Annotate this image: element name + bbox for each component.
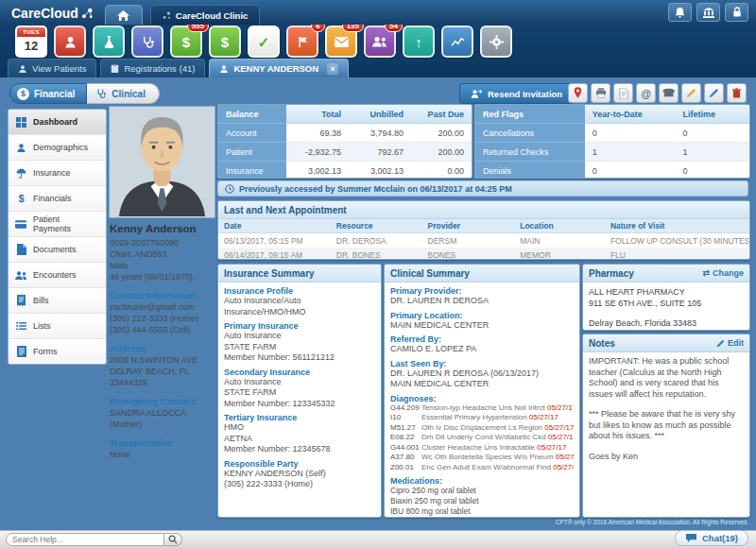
table-row: Account 69.38 3,794.80 200.00 [218, 124, 472, 143]
resend-invitation-button[interactable]: Resend Invitation [459, 83, 574, 104]
encounters-icon [15, 270, 27, 281]
sidebar-item-insurance[interactable]: Insurance [9, 161, 106, 186]
cell-past-due: 200.00 [411, 143, 472, 162]
edit-button[interactable] [681, 83, 701, 103]
primary-provider-label: Primary Provider: [390, 286, 574, 296]
calendar-date: 12 [17, 37, 45, 55]
lock-icon [732, 7, 742, 18]
notes-panel: Notes Edit IMPORTANT: He was a public sc… [582, 334, 750, 518]
clinical-icon[interactable] [131, 26, 163, 58]
previously-accessed-banner: Previously accessed by Summer Mcclain on… [217, 180, 748, 197]
diagnosis-row: G44.001Cluster Headache Uns Intractable … [390, 443, 574, 454]
lock-button[interactable] [725, 3, 748, 22]
cell-lifetime: 0 [675, 162, 749, 180]
letter-button[interactable] [613, 83, 633, 103]
settings-icon[interactable] [480, 26, 512, 58]
building-icon [703, 8, 714, 18]
map-pin-button[interactable] [568, 83, 588, 103]
calendar-icon[interactable]: TUES 12 [15, 26, 47, 58]
prescription-button[interactable] [704, 83, 724, 103]
row-label: Patient [218, 143, 286, 162]
transportation-label: Transportation [110, 437, 215, 448]
umbrella-icon [15, 168, 27, 179]
appointments-title: Last and Next Appointment [224, 205, 347, 215]
sidebar-item-financials[interactable]: $ Financials [9, 186, 106, 212]
cell-ytd: 0 [585, 124, 676, 143]
sidebar-item-bills[interactable]: Bills [9, 288, 106, 314]
financial-label: Financial [34, 89, 75, 99]
sidebar-item-lists[interactable]: Lists [9, 314, 106, 339]
medication-row: Cipro 250 mg oral tablet [390, 486, 574, 496]
referred-by-label: Referred By: [390, 334, 574, 344]
emergency-contact-label: Emergency Contact: [110, 396, 215, 406]
resend-label: Resend Invitation [488, 89, 562, 99]
labs-icon[interactable] [93, 26, 125, 58]
home-button[interactable] [105, 5, 143, 25]
notes-title-bar: Notes Edit [583, 334, 749, 352]
swap-icon: ⇄ [702, 268, 710, 278]
chat-label: Chat(19) [702, 533, 738, 543]
cell-unbilled: 3,002.13 [349, 162, 411, 180]
print-button[interactable] [591, 83, 610, 103]
table-row: Cancellations 0 0 [475, 124, 749, 143]
search-help-input[interactable] [6, 533, 164, 546]
patients-icon[interactable] [54, 26, 86, 58]
primary-insurance-label: Primary Insurance [224, 321, 375, 331]
brand-text: CareCloud [11, 6, 78, 21]
patient-address-line2: DELRAY BEACH, FL 33444329 [110, 366, 215, 388]
tab-view-patients[interactable]: View Patients [8, 59, 96, 77]
cell-unbilled: 3,794.80 [349, 124, 411, 143]
delete-button[interactable] [727, 83, 747, 103]
lifetime-header: Lifetime [675, 105, 749, 124]
messages-icon[interactable]: 135 [325, 26, 357, 58]
tab-patient-kenny-anderson[interactable]: KENNY ANDERSON × [209, 59, 349, 77]
note-paragraph: *** Please be aware that he is very shy … [589, 409, 744, 442]
pharmacy-title: Pharmacy [589, 268, 634, 279]
edit-notes-link[interactable]: Edit [716, 338, 744, 348]
tab-registrations[interactable]: Registrations (41) [100, 59, 205, 77]
billing-icon[interactable]: $ 555 [170, 26, 202, 58]
sidebar-item-dashboard[interactable]: Dashboard [9, 110, 106, 135]
responsible-party-label: Responsible Party [224, 459, 375, 469]
top-right-actions [663, 3, 756, 25]
note-paragraph: IMPORTANT: He was a public school teache… [589, 356, 744, 400]
search-button[interactable] [164, 533, 182, 546]
close-icon[interactable]: × [327, 63, 338, 75]
sidebar-item-forms[interactable]: Forms [9, 339, 106, 364]
financial-toggle-button[interactable]: $ Financial [9, 83, 87, 104]
trash-icon [732, 88, 741, 98]
patient-emergency-contact: SANDRA ALLOCCA (Mother) [110, 407, 215, 430]
phone-button[interactable]: ☎ [659, 83, 679, 103]
contact-information-label: Contact Information [110, 290, 215, 300]
chat-button[interactable]: Chat(19) [675, 530, 748, 546]
collections-icon[interactable]: $ [209, 26, 241, 58]
home-icon [117, 10, 129, 21]
patient-name: Kenny Anderson [110, 223, 215, 234]
sidebar-item-patient-payments[interactable]: Patient Payments [9, 212, 106, 237]
patient-action-buttons: @ ☎ [568, 83, 747, 103]
clinical-summary-title-bar: Clinical Summary [385, 265, 579, 283]
change-pharmacy-link[interactable]: ⇄ Change [702, 268, 744, 278]
notifications-button[interactable] [668, 3, 692, 22]
facility-button[interactable] [696, 3, 720, 22]
tasks-icon[interactable]: ✓ [248, 26, 280, 58]
sidebar-item-encounters[interactable]: Encounters [9, 263, 106, 288]
reports-icon[interactable]: ↑ [403, 26, 435, 58]
patient-sidebar-nav: Dashboard Demographics Insurance $ Finan… [8, 109, 107, 365]
sidebar-item-demographics[interactable]: Demographics [9, 135, 106, 161]
accessed-text: Previously accessed by Summer Mcclain on… [239, 184, 512, 194]
app-tab-carecloud-clinic[interactable]: CareCloud Clinic [150, 5, 261, 25]
cell-total: 69.38 [286, 124, 349, 143]
flags-icon[interactable]: 6 [286, 26, 318, 58]
patient-details: Kenny Anderson 0029-2037790090 Chart: AN… [110, 223, 215, 460]
email-button[interactable]: @ [636, 83, 656, 103]
clinical-toggle-button[interactable]: Clinical [87, 83, 160, 104]
cell-past-due: 0.00 [411, 162, 472, 180]
analytics-icon[interactable] [441, 26, 473, 58]
row-label: Account [218, 124, 286, 143]
sidebar-item-documents[interactable]: Documents [9, 237, 106, 263]
diagnosis-row: I10Essential Primary Hypertension 05/27/… [390, 413, 574, 423]
dashboard-icon [15, 117, 27, 128]
patient-transportation: None [110, 449, 215, 460]
queue-icon[interactable]: 54 [364, 26, 396, 58]
